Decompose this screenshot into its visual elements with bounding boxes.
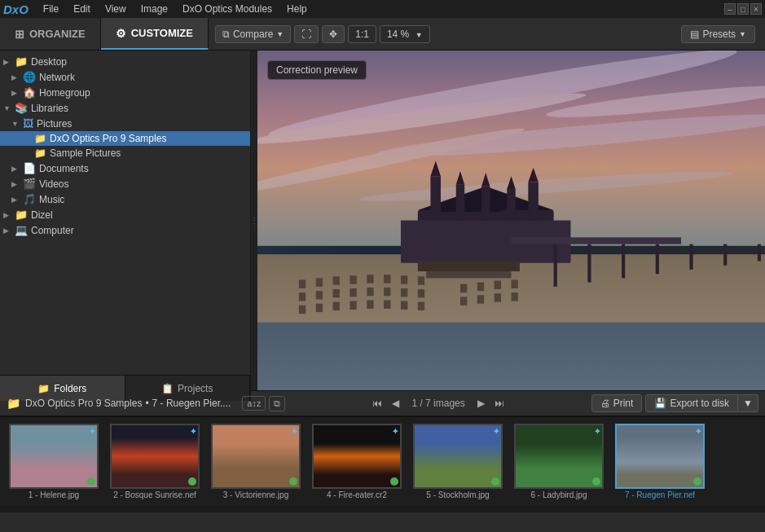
tab-organize[interactable]: ⊞ ORGANIZE [0, 18, 101, 50]
tree-label: Documents [39, 163, 89, 174]
folder-icon: 🎵 [23, 193, 36, 205]
star-badge-3: ✦ [291, 427, 297, 436]
svg-rect-51 [689, 244, 692, 270]
menu-help[interactable]: Help [280, 2, 314, 16]
folder-icon: 📄 [23, 162, 36, 174]
tree-item-libraries[interactable]: ▼ 📚 Libraries [0, 100, 250, 116]
tree-item-dizel[interactable]: ▶ 📁 Dizel [0, 207, 250, 222]
status-dot-6 [592, 477, 600, 486]
nav-first-button[interactable]: ⏮ [368, 396, 386, 411]
filmstrip-thumb-5: ✦ [413, 424, 503, 489]
export-dropdown-button[interactable]: ▼ [738, 394, 758, 412]
sidebar-collapse-handle[interactable]: ⋮ [251, 51, 257, 390]
tree-item-videos[interactable]: ▶ 🎬 Videos [0, 176, 250, 191]
tree-item-computer[interactable]: ▶ 💻 Computer [0, 222, 250, 238]
menu-edit[interactable]: Edit [67, 2, 97, 16]
tree-label: Videos [39, 178, 68, 190]
filmstrip-item-3[interactable]: ✦ 3 - Victorienne.jpg [207, 424, 305, 499]
filmstrip-item-7[interactable]: ✦ 7 - Ruegen Pier.nef [611, 424, 709, 499]
menu-image[interactable]: Image [134, 2, 174, 16]
projects-label: Projects [178, 383, 213, 394]
tree-item-music[interactable]: ▶ 🎵 Music [0, 191, 250, 207]
tree-item-desktop[interactable]: ▶ 📁 Desktop [0, 54, 250, 69]
status-dot-1 [87, 477, 95, 486]
page-info: 1 / 7 images [405, 398, 471, 409]
preview-area: Correction preview [257, 51, 765, 390]
horizontal-scrollbar[interactable] [0, 506, 765, 512]
export-to-disk-button[interactable]: 💾 Export to disk [645, 394, 738, 412]
svg-rect-32 [401, 301, 407, 310]
svg-rect-36 [495, 281, 501, 289]
tree-arrow: ▶ [3, 58, 11, 66]
tree-label: Music [39, 194, 64, 205]
fit-button[interactable]: ⛶ [294, 25, 319, 43]
maximize-button[interactable]: □ [737, 3, 749, 15]
tree-label: Computer [31, 225, 74, 236]
svg-rect-22 [367, 288, 373, 296]
svg-rect-25 [418, 289, 424, 297]
svg-rect-16 [401, 275, 407, 284]
star-badge-1: ✦ [89, 427, 95, 436]
breadcrumb-folder: DxO Optics Pro 9 Samples [25, 398, 142, 409]
presets-icon: ▤ [690, 29, 699, 40]
tree-item-dxo-samples[interactable]: 📁 DxO Optics Pro 9 Samples [0, 131, 250, 146]
nav-next-button[interactable]: ▶ [473, 396, 489, 411]
filmstrip-thumb-1: ✦ [9, 424, 99, 489]
compare-button[interactable]: ⧉ Compare ▼ [215, 25, 291, 43]
zoom-percent[interactable]: 14 % ▼ [380, 25, 430, 43]
svg-rect-41 [512, 292, 518, 301]
tree-arrow: ▶ [3, 226, 11, 235]
menu-file[interactable]: File [37, 2, 65, 16]
sort-az-button[interactable]: a↕z [242, 396, 266, 411]
svg-rect-30 [367, 300, 373, 308]
tree-label: Network [39, 72, 75, 83]
zoom-1to1[interactable]: 1:1 [348, 25, 376, 43]
nav-prev-button[interactable]: ◀ [388, 396, 403, 411]
filmstrip-item-2[interactable]: ✦ 2 - Bosque Sunrise.nef [106, 424, 204, 499]
filter-button[interactable]: ⧉ [269, 396, 285, 411]
print-button[interactable]: 🖨 Print [591, 394, 643, 412]
svg-rect-7 [257, 314, 765, 390]
star-badge-4: ✦ [392, 427, 398, 436]
filmstrip-label-6: 6 - Ladybird.jpg [531, 490, 587, 499]
print-icon: 🖨 [600, 398, 610, 409]
tree-arrow: ▶ [11, 165, 20, 173]
organize-icon: ⊞ [15, 28, 24, 41]
folders-icon: 📁 [37, 383, 50, 394]
svg-rect-48 [587, 244, 591, 283]
tree-item-network[interactable]: ▶ 🌐 Network [0, 69, 250, 85]
tree-label: Sample Pictures [50, 147, 121, 159]
compare-dropdown-icon: ▼ [276, 30, 284, 38]
preview-image [257, 51, 765, 390]
menu-view[interactable]: View [99, 2, 133, 16]
nav-last-button[interactable]: ⏭ [490, 396, 508, 411]
status-dot-4 [390, 477, 398, 486]
filmstrip-item-5[interactable]: ✦ 5 - Stockholm.jpg [409, 424, 507, 499]
folder-icon: 📚 [15, 102, 28, 114]
minimize-button[interactable]: – [724, 3, 736, 15]
tree-item-sample-pictures[interactable]: 📁 Sample Pictures [0, 146, 250, 160]
main-layout: ▶ 📁 Desktop ▶ 🌐 Network ▶ 🏠 Homegroup ▼ … [0, 51, 765, 390]
menu-bar: DxO File Edit View Image DxO Optics Modu… [0, 0, 765, 18]
tree-item-pictures[interactable]: ▼ 🖼 Pictures [0, 116, 250, 131]
filmstrip-item-1[interactable]: ✦ 1 - Helene.jpg [5, 424, 103, 499]
tree-item-documents[interactable]: ▶ 📄 Documents [0, 160, 250, 176]
svg-rect-53 [758, 244, 761, 262]
folder-icon: 🖼 [23, 117, 33, 130]
svg-rect-31 [384, 300, 390, 308]
move-tool-button[interactable]: ✥ [322, 25, 345, 43]
tab-customize[interactable]: ⚙ CUSTOMIZE [101, 18, 209, 50]
presets-button[interactable]: ▤ Presets ▼ [681, 25, 755, 43]
menu-optics-modules[interactable]: DxO Optics Modules [176, 2, 279, 16]
export-area: 🖨 Print 💾 Export to disk ▼ [591, 394, 758, 412]
close-button[interactable]: × [750, 3, 762, 15]
tree-label: Homegroup [39, 87, 90, 99]
filmstrip: ✦ 1 - Helene.jpg ✦ 2 - Bosque Sunrise.ne… [0, 416, 765, 506]
folder-icon: 📁 [15, 209, 28, 221]
filmstrip-label-1: 1 - Helene.jpg [29, 490, 79, 499]
tree-item-homegroup[interactable]: ▶ 🏠 Homegroup [0, 85, 250, 100]
filmstrip-item-6[interactable]: ✦ 6 - Ladybird.jpg [510, 424, 608, 499]
svg-rect-47 [554, 244, 557, 287]
filmstrip-item-4[interactable]: ✦ 4 - Fire-eater.cr2 [308, 424, 406, 499]
status-dot-5 [491, 477, 499, 486]
